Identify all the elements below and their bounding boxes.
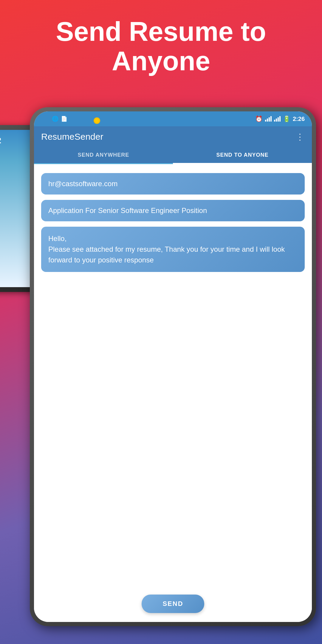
header-text: Send Resume to Anyone: [0, 17, 322, 76]
app-title: ResumeSender: [41, 132, 103, 142]
tab-send-to-anyone[interactable]: SEND TO ANYONE: [173, 147, 312, 164]
signal-icon-2: [274, 116, 281, 122]
app-bar: ResumeSender ⋮: [34, 126, 312, 147]
header-line2: Anyone: [0, 46, 322, 76]
bg-phone-time: 9:12: [0, 136, 1, 145]
battery-icon: 🔋: [283, 115, 290, 122]
header-line1: Send Resume to: [0, 17, 322, 46]
alarm-icon: ⏰: [255, 115, 263, 122]
tab-send-anywhere[interactable]: SEND ANYWHERE: [34, 147, 173, 163]
message-field[interactable]: Hello, Please see attached for my resume…: [41, 227, 305, 272]
subject-field[interactable]: Application For Senior Software Engineer…: [41, 200, 305, 221]
globe-icon: 🌐: [52, 116, 58, 122]
send-button-wrapper: SEND: [34, 589, 312, 622]
more-options-icon[interactable]: ⋮: [296, 132, 305, 142]
status-time: 2:26: [293, 116, 305, 122]
camera-icon: [94, 117, 100, 124]
signal-icon: [265, 116, 272, 122]
send-button[interactable]: SEND: [142, 595, 204, 613]
main-phone: 🌐 📄 ⏰ 🔋 2:26: [30, 107, 316, 626]
content-area: hr@castsoftware.com Application For Seni…: [34, 164, 312, 589]
file-icon: 📄: [61, 116, 67, 122]
status-bar: 🌐 📄 ⏰ 🔋 2:26: [34, 111, 312, 126]
tab-bar: SEND ANYWHERE SEND TO ANYONE: [34, 147, 312, 164]
email-field[interactable]: hr@castsoftware.com: [41, 173, 305, 195]
